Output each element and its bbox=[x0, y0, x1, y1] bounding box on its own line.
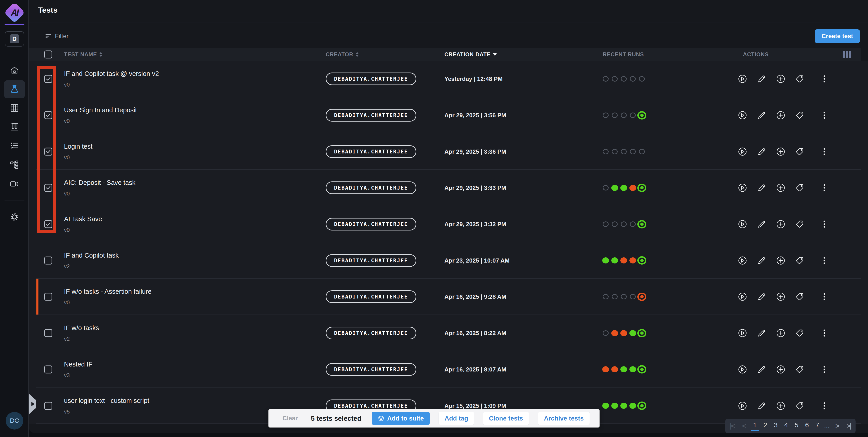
edit-icon[interactable] bbox=[757, 292, 767, 301]
more-icon[interactable] bbox=[819, 256, 829, 265]
more-icon[interactable] bbox=[819, 147, 829, 156]
tag-icon[interactable] bbox=[795, 110, 805, 120]
play-icon[interactable] bbox=[738, 147, 747, 156]
pagination-first[interactable]: |< bbox=[727, 422, 737, 430]
pagination-page-2[interactable]: 2 bbox=[761, 421, 770, 431]
column-settings-icon[interactable] bbox=[843, 51, 851, 58]
column-test-name[interactable]: TEST NAME bbox=[64, 48, 102, 61]
pagination-page-5[interactable]: 5 bbox=[792, 421, 801, 431]
add-icon[interactable] bbox=[776, 220, 785, 229]
edit-icon[interactable] bbox=[757, 74, 767, 83]
checklist-icon bbox=[9, 140, 20, 151]
more-icon[interactable] bbox=[819, 74, 829, 83]
edit-icon[interactable] bbox=[757, 365, 767, 374]
more-icon[interactable] bbox=[819, 365, 829, 374]
pagination-page-1[interactable]: 1 bbox=[751, 421, 759, 431]
add-icon[interactable] bbox=[776, 401, 785, 410]
edit-icon[interactable] bbox=[757, 147, 767, 156]
logo-diamond-icon: AI bbox=[4, 2, 25, 23]
pagination-page-6[interactable]: 6 bbox=[803, 421, 811, 431]
more-icon[interactable] bbox=[819, 110, 829, 120]
workspace-switcher[interactable]: D bbox=[5, 31, 24, 46]
sort-desc-icon bbox=[493, 53, 497, 56]
add-icon[interactable] bbox=[776, 328, 785, 338]
tag-icon[interactable] bbox=[795, 74, 805, 83]
add-icon[interactable] bbox=[776, 74, 785, 83]
pagination-page-3[interactable]: 3 bbox=[771, 421, 780, 431]
play-icon[interactable] bbox=[738, 292, 747, 301]
more-icon[interactable] bbox=[819, 220, 829, 229]
sidebar-divider bbox=[4, 200, 24, 200]
play-icon[interactable] bbox=[738, 401, 747, 410]
play-icon[interactable] bbox=[738, 256, 747, 265]
app-logo[interactable]: AI bbox=[4, 3, 25, 23]
edit-icon[interactable] bbox=[757, 220, 767, 229]
annotation-rectangle bbox=[37, 66, 56, 233]
page-title: Tests bbox=[38, 6, 57, 14]
edit-icon[interactable] bbox=[757, 328, 767, 338]
sidebar-item-recordings[interactable] bbox=[4, 175, 25, 193]
sidebar-item-data-tables[interactable] bbox=[4, 99, 25, 117]
filter-button[interactable]: Filter bbox=[45, 31, 68, 41]
pagination-ellipsis: ... bbox=[824, 422, 830, 430]
create-test-button[interactable]: Create test bbox=[815, 29, 860, 43]
layers-icon bbox=[378, 415, 384, 422]
add-icon[interactable] bbox=[776, 365, 785, 374]
tag-icon[interactable] bbox=[795, 256, 805, 265]
tag-icon[interactable] bbox=[795, 183, 805, 193]
column-creator[interactable]: CREATOR bbox=[326, 48, 359, 61]
main-content: Tests Filter Create test TEST NAME CREAT… bbox=[29, 0, 868, 433]
tag-icon[interactable] bbox=[795, 365, 805, 374]
tag-icon[interactable] bbox=[795, 292, 805, 301]
add-icon[interactable] bbox=[776, 147, 785, 156]
sidebar-item-home[interactable] bbox=[4, 61, 25, 79]
clone-tests-button[interactable]: Clone tests bbox=[483, 412, 529, 425]
add-tag-button[interactable]: Add tag bbox=[439, 412, 474, 425]
play-icon[interactable] bbox=[738, 74, 747, 83]
play-icon[interactable] bbox=[738, 110, 747, 120]
user-avatar[interactable]: DC bbox=[6, 412, 23, 430]
pagination-prev[interactable]: < bbox=[739, 422, 749, 430]
more-icon[interactable] bbox=[819, 328, 829, 338]
logo-divider bbox=[4, 24, 24, 25]
sidebar-item-suites[interactable] bbox=[4, 156, 25, 174]
table-row: IF and Copilot task @ version v2v0DEBADI… bbox=[29, 61, 868, 97]
pagination-next[interactable]: > bbox=[832, 422, 842, 430]
play-icon[interactable] bbox=[738, 365, 747, 374]
more-icon[interactable] bbox=[819, 401, 829, 410]
edit-icon[interactable] bbox=[757, 183, 767, 193]
sidebar-item-tests[interactable] bbox=[4, 80, 25, 98]
select-all-checkbox[interactable] bbox=[44, 51, 52, 59]
pagination-page-4[interactable]: 4 bbox=[782, 421, 790, 431]
clear-selection-button[interactable]: Clear bbox=[282, 415, 298, 422]
table-row: AIC: Deposit - Save taskv0DEBADITYA.CHAT… bbox=[29, 170, 868, 206]
add-icon[interactable] bbox=[776, 292, 785, 301]
add-icon[interactable] bbox=[776, 110, 785, 120]
pagination-last[interactable]: >| bbox=[844, 422, 854, 430]
tag-icon[interactable] bbox=[795, 401, 805, 410]
gear-icon bbox=[9, 212, 20, 222]
archive-tests-button[interactable]: Archive tests bbox=[538, 412, 590, 425]
sidebar-item-test-tubes[interactable] bbox=[4, 118, 25, 136]
add-icon[interactable] bbox=[776, 256, 785, 265]
sidebar: AI D bbox=[0, 0, 29, 437]
more-icon[interactable] bbox=[819, 292, 829, 301]
tag-icon[interactable] bbox=[795, 220, 805, 229]
tag-icon[interactable] bbox=[795, 147, 805, 156]
play-icon[interactable] bbox=[738, 220, 747, 229]
pagination-page-7[interactable]: 7 bbox=[813, 421, 822, 431]
tag-icon[interactable] bbox=[795, 328, 805, 338]
header-divider bbox=[29, 23, 868, 23]
column-creation-date[interactable]: CREATION DATE bbox=[444, 48, 497, 61]
more-icon[interactable] bbox=[819, 183, 829, 193]
add-icon[interactable] bbox=[776, 183, 785, 193]
edit-icon[interactable] bbox=[757, 401, 767, 410]
edit-icon[interactable] bbox=[757, 110, 767, 120]
sidebar-item-checklist[interactable] bbox=[4, 137, 25, 155]
play-icon[interactable] bbox=[738, 328, 747, 338]
add-to-suite-button[interactable]: Add to suite bbox=[372, 412, 430, 425]
flask-icon bbox=[9, 84, 20, 95]
play-icon[interactable] bbox=[738, 183, 747, 193]
edit-icon[interactable] bbox=[757, 256, 767, 265]
sidebar-item-settings[interactable] bbox=[4, 208, 25, 226]
